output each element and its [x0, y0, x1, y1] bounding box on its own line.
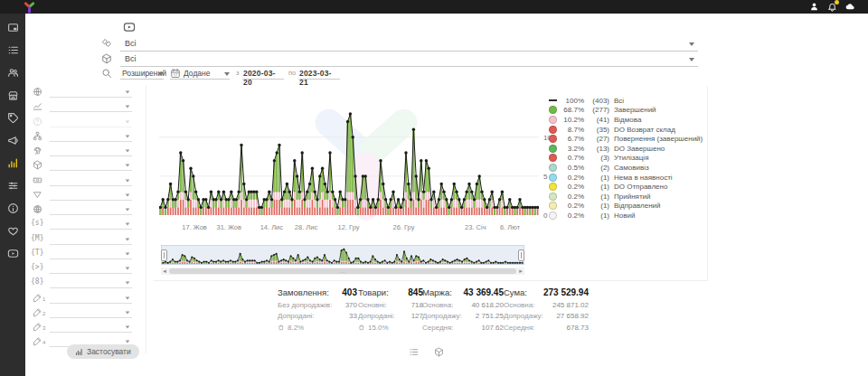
code-var-icon: {s} — [31, 219, 43, 227]
upsell-share: 15.0% — [358, 324, 423, 333]
chevron-down-icon — [126, 106, 130, 108]
apply-filters-button[interactable]: Застосувати — [67, 344, 139, 359]
chevron-down-icon — [689, 58, 694, 61]
chevron-down-icon — [126, 311, 130, 314]
media-type-icon[interactable] — [120, 21, 138, 33]
scrollbar-thumb[interactable]: … — [169, 268, 516, 274]
filter-input[interactable] — [50, 214, 132, 215]
pencil-icon — [33, 307, 42, 317]
filter-status-select[interactable]: Всі — [120, 37, 698, 52]
filter-row-web[interactable] — [0, 203, 137, 217]
legend-item[interactable]: 0.5%(2)Самовивіз — [549, 163, 707, 173]
filter-input[interactable] — [50, 258, 132, 259]
legend-dot-marker — [549, 126, 557, 134]
filter-row-banknote[interactable] — [0, 174, 137, 188]
legend-item[interactable]: 100%(403)Всі — [549, 96, 707, 106]
sidebar-item-dashboard-icon[interactable] — [7, 22, 19, 33]
filter-input[interactable] — [50, 287, 132, 288]
filter-row-funnel[interactable] — [0, 189, 137, 202]
navigator-mini-chart — [162, 246, 524, 264]
filter-input[interactable] — [50, 303, 132, 304]
list-view-icon[interactable] — [409, 347, 419, 357]
filter-row-cube[interactable] — [0, 159, 137, 173]
stat-row: Допродані:127 — [358, 312, 423, 320]
legend-item[interactable]: 6.7%(27)Повернення (завершений) — [549, 134, 707, 144]
web-icon — [33, 204, 42, 214]
pencil-icon — [33, 336, 42, 346]
legend-item[interactable]: 8.7%(35)DO Возврат склад — [549, 125, 707, 135]
legend-item[interactable]: 0.2%(1)DO Отправлено — [549, 182, 707, 192]
stat-row: Середня:107.62 — [422, 324, 504, 332]
bell-icon[interactable] — [827, 2, 837, 12]
chevron-down-icon — [126, 164, 130, 167]
filter-row-var-11[interactable]: {T} — [0, 248, 137, 261]
filter-row-var-12[interactable]: {>} — [0, 262, 137, 276]
chevron-down-icon — [126, 296, 130, 299]
legend-item[interactable]: 0.2%(1)Нема в наявності — [549, 173, 707, 183]
filter-row-var-13[interactable]: {8} — [0, 277, 137, 290]
chevron-down-icon — [224, 72, 230, 76]
package-view-icon[interactable] — [434, 347, 444, 357]
code-var-icon: {M} — [31, 234, 43, 242]
orders-chart[interactable] — [159, 90, 539, 215]
package-icon — [101, 53, 112, 64]
sidebar-item-orders-list-icon[interactable] — [7, 44, 19, 56]
scroll-right-icon[interactable]: ▸ — [517, 268, 524, 275]
upsell-share: 8.2% — [278, 324, 357, 333]
filter-input[interactable] — [50, 229, 132, 230]
legend-item[interactable]: 68.7%(277)Завершений — [549, 106, 707, 116]
legend-item[interactable]: 10.2%(41)Відмова — [549, 115, 707, 125]
search-icon[interactable] — [101, 68, 112, 79]
navigator-right-handle[interactable] — [518, 249, 524, 261]
filter-input[interactable] — [50, 200, 132, 201]
filter-product-select[interactable]: Всі — [120, 52, 698, 67]
chart-navigator[interactable] — [161, 245, 524, 265]
filter-row-fingerprint[interactable] — [0, 145, 137, 158]
date-field-value: Додане — [184, 69, 211, 78]
scroll-left-icon[interactable]: ◂ — [161, 268, 168, 275]
filter-input[interactable] — [50, 185, 132, 186]
filter-input[interactable] — [50, 317, 132, 318]
chart-scrollbar[interactable]: ◂ … ▸ — [161, 268, 524, 275]
filter-input[interactable] — [50, 97, 132, 98]
filter-row-pencil-3[interactable]: 3 — [0, 321, 137, 334]
filter-input[interactable] — [50, 273, 132, 274]
filter-row-globe[interactable] — [0, 86, 137, 99]
stat-column: Замовлення:403Без допродажів:370Допродан… — [278, 287, 357, 333]
chevron-down-icon — [126, 208, 130, 211]
date-from-input[interactable]: 2020-03-20 — [242, 67, 284, 80]
filter-input[interactable] — [50, 141, 132, 142]
navigator-left-handle[interactable] — [161, 249, 167, 261]
filter-row-trend[interactable] — [0, 100, 137, 114]
person-icon[interactable] — [809, 2, 819, 12]
filter-input[interactable] — [50, 127, 132, 127]
chevron-down-icon — [126, 179, 130, 182]
filter-row-sitemap[interactable] — [0, 130, 137, 144]
legend-dot-marker — [549, 174, 557, 182]
date-to-input[interactable]: 2023-03-21 — [298, 67, 340, 80]
filter-row-pencil-1[interactable]: 1 — [0, 292, 137, 306]
filter-status-value: Всі — [125, 39, 137, 48]
filter-row-var-9[interactable]: {s} — [0, 218, 137, 231]
legend-item[interactable]: 3.2%(13)DO Завершено — [549, 144, 707, 154]
filter-row-pencil-2[interactable]: 2 — [0, 306, 137, 320]
filter-input[interactable] — [50, 244, 132, 245]
stat-row: Допродажу:27 658.92 — [504, 312, 589, 320]
filter-product-value: Всі — [125, 54, 137, 63]
cloud-icon[interactable] — [845, 2, 855, 12]
filter-input[interactable] — [50, 170, 132, 171]
search-mode-select[interactable]: Розширений — [120, 67, 164, 80]
legend-item[interactable]: 0.2%(1)Прийнятий — [549, 192, 707, 202]
filter-input[interactable] — [50, 155, 132, 156]
code-var-icon: {>} — [31, 263, 43, 271]
legend-item[interactable]: 0.2%(1)Новий — [549, 211, 707, 221]
filter-input[interactable] — [50, 111, 132, 112]
date-field-select[interactable]: 17 Додане — [170, 67, 230, 80]
stat-title: Маржа:43 369.45 — [422, 287, 504, 297]
legend-item[interactable]: 0.2%(1)Відправлений — [549, 202, 707, 212]
pencil-number: 1 — [42, 296, 45, 302]
legend-item[interactable]: 0.7%(3)Утилізація — [549, 154, 707, 164]
filter-row-help[interactable] — [0, 116, 137, 129]
filter-input[interactable] — [50, 332, 132, 333]
filter-row-var-10[interactable]: {M} — [0, 233, 137, 247]
